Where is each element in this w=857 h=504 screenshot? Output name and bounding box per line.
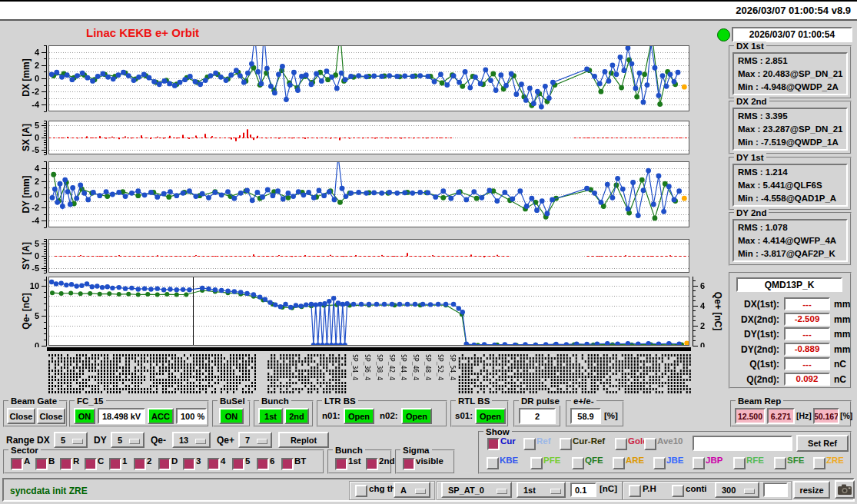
monitor-row-value[interactable]: --- xyxy=(784,357,830,370)
sector-label-B: B xyxy=(48,456,55,466)
bpm-select-dropdown[interactable]: SP_AT_0 xyxy=(441,482,512,498)
monitor-row-value[interactable]: -0.889 xyxy=(784,343,830,356)
ratio-field[interactable]: 58.9 xyxy=(570,408,601,424)
show-checkbox-Gold[interactable] xyxy=(615,438,627,450)
bunch-select-checkbox-1st[interactable] xyxy=(335,458,347,470)
sector-label-2: 2 xyxy=(147,456,151,466)
mode-dropdown[interactable]: A xyxy=(394,482,430,498)
bpm-name-field[interactable]: QMD13P_K xyxy=(736,277,842,292)
bunch-1st-button[interactable]: 1st xyxy=(258,408,283,424)
stat-line: Min : -4.948@QWDP_2A xyxy=(734,80,846,93)
sector-checkbox-B[interactable] xyxy=(35,458,48,470)
show-checkbox-Cur[interactable] xyxy=(487,438,500,450)
sigma-checkbox-visible[interactable] xyxy=(403,458,415,470)
show-checkbox-SFE[interactable] xyxy=(774,457,786,469)
fc15-voltage-field[interactable]: 18.498 kV xyxy=(98,408,145,424)
bunch-select-checkbox-2nd[interactable] xyxy=(366,458,378,470)
sector-checkbox-D[interactable] xyxy=(158,458,171,470)
show-checkbox-Ave10[interactable] xyxy=(644,438,656,450)
beam-gate-close-1-button[interactable]: Close xyxy=(7,408,35,424)
conti-checkbox[interactable] xyxy=(672,485,684,497)
fc15-on-button[interactable]: ON xyxy=(74,408,95,424)
show-label-RFE: RFE xyxy=(746,456,764,465)
dx-plot-canvas[interactable] xyxy=(18,44,725,113)
fc15-duty-field[interactable]: 100 % xyxy=(176,408,207,424)
monitor-row-value[interactable]: 0.092 xyxy=(784,373,830,386)
replot-button[interactable]: Replot xyxy=(278,432,329,448)
conti-label: conti xyxy=(686,484,706,493)
ltr-n02-open-button[interactable]: Open xyxy=(401,408,432,424)
bunch-select-label-2nd: 2nd xyxy=(379,456,394,466)
show-checkbox-Cur-Ref[interactable] xyxy=(560,438,572,450)
show-checkbox-KBE[interactable] xyxy=(487,457,499,469)
monitor-row-unit: nC xyxy=(834,359,846,370)
show-checkbox-ZRE[interactable] xyxy=(813,457,825,469)
sector-checkbox-3[interactable] xyxy=(183,458,195,470)
sector-checkbox-BT[interactable] xyxy=(281,458,294,470)
dr-pulse-field[interactable]: 2 xyxy=(519,408,556,424)
chg-th-checkbox[interactable] xyxy=(355,485,367,497)
resize-button[interactable]: resize xyxy=(793,481,830,499)
sx-plot-canvas[interactable] xyxy=(18,119,725,156)
monitor-row-value[interactable]: -2.509 xyxy=(784,313,830,326)
sector-checkbox-A[interactable] xyxy=(11,458,23,470)
sy-plot-canvas[interactable] xyxy=(18,237,725,274)
sector-checkbox-5[interactable] xyxy=(232,458,244,470)
show-checkbox-JBP[interactable] xyxy=(693,457,705,469)
show-checkbox-Ref[interactable] xyxy=(523,438,536,450)
monitor-row-value[interactable]: --- xyxy=(784,327,830,340)
beam-rep-value-2: 6.271 xyxy=(767,408,795,424)
threshold-field[interactable]: 0.1 xyxy=(570,482,596,497)
busel-group: BuSel ON xyxy=(212,400,251,427)
monitor-row-label: Q(2nd): xyxy=(732,374,779,385)
beam-gate-close-2-button[interactable]: Close xyxy=(37,408,65,424)
show-checkbox-QFE[interactable] xyxy=(572,457,584,469)
sector-checkbox-2[interactable] xyxy=(134,458,146,470)
bunch-mode-dropdown[interactable]: 1st xyxy=(517,482,566,498)
monitor-row-value[interactable]: --- xyxy=(784,297,830,310)
stat-group-body: RMS : 3.395Max : 23.287@SP_DN_21Min : -7… xyxy=(732,108,848,151)
show-checkbox-ARE[interactable] xyxy=(613,457,625,469)
set-ref-button[interactable]: Set Ref xyxy=(796,435,849,452)
ref-name-input[interactable] xyxy=(693,436,792,451)
range-dx-dropdown[interactable]: 5 xyxy=(54,432,88,448)
show-checkbox-JBE[interactable] xyxy=(653,457,666,469)
chg-th-label: chg th xyxy=(369,484,396,493)
show-checkbox-RFE[interactable] xyxy=(733,457,746,469)
show-label-ARE: ARE xyxy=(626,456,644,465)
range-dy-dropdown[interactable]: 5 xyxy=(111,432,144,448)
sector-checkbox-4[interactable] xyxy=(208,458,220,470)
dy-plot-canvas[interactable] xyxy=(18,160,725,229)
sector-label-C: C xyxy=(98,456,104,466)
bunch-2nd-button[interactable]: 2nd xyxy=(284,408,309,424)
bunch-select-label-1st: 1st xyxy=(348,456,361,466)
show-checkbox-PFE[interactable] xyxy=(530,457,543,469)
sector-checkbox-6[interactable] xyxy=(257,458,269,470)
stat-group-title: DY 2nd xyxy=(734,208,769,217)
free-input[interactable] xyxy=(763,482,788,497)
rtl-bs-legend: RTL BS xyxy=(456,396,492,406)
sigma-label-visible: visible xyxy=(416,456,443,466)
busel-on-button[interactable]: ON xyxy=(219,408,244,424)
sector-checkbox-R[interactable] xyxy=(60,458,72,470)
busel-legend: BuSel xyxy=(218,396,247,406)
sector-checkbox-C[interactable] xyxy=(85,458,97,470)
range-qe-minus-dropdown[interactable]: 13 xyxy=(172,432,211,448)
count-dropdown[interactable]: 300 xyxy=(715,482,759,498)
titlebar: 2026/03/07 01:00:54 v8.9 xyxy=(0,2,857,21)
sector-checkbox-1[interactable] xyxy=(109,458,121,470)
screenshot-button[interactable] xyxy=(835,480,855,499)
status-bar: syncdata init ZRE chg th A SP_AT_0 1st 0… xyxy=(2,478,855,502)
fc15-acc-button[interactable]: ACC xyxy=(148,408,174,424)
show-label-SFE: SFE xyxy=(787,456,804,465)
rtl-s01-open-button[interactable]: Open xyxy=(475,408,506,424)
ratio-legend: e+/e- xyxy=(571,396,596,406)
application-window: 2026/03/07 01:00:54 v8.9 Linac KEKB e+ O… xyxy=(0,0,857,504)
rtl-s01-label: s01: xyxy=(455,411,473,420)
stat-line: Max : 23.287@SP_DN_21 xyxy=(734,122,846,135)
ph-checkbox[interactable] xyxy=(629,485,641,497)
charge-plot-canvas[interactable] xyxy=(18,275,725,347)
ltr-n01-open-button[interactable]: Open xyxy=(344,408,374,424)
show-label-JBE: JBE xyxy=(666,456,683,465)
range-qe-plus-dropdown[interactable]: 7 xyxy=(238,432,272,448)
